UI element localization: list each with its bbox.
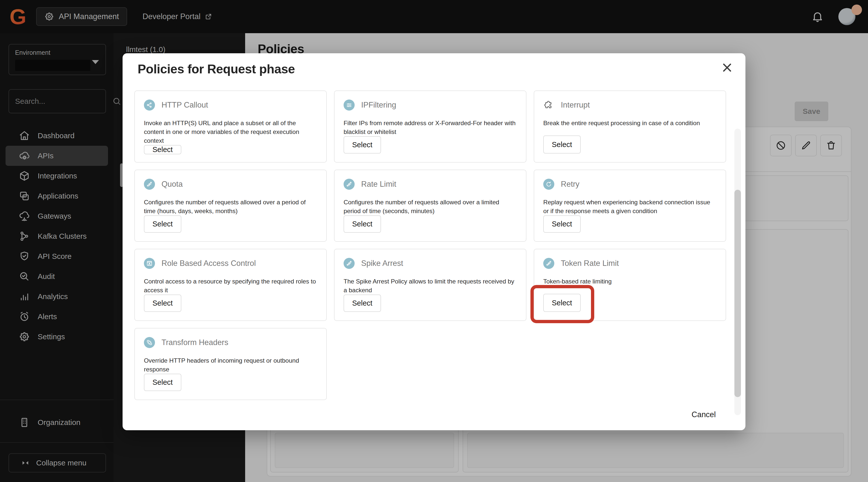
nodes-icon — [543, 258, 554, 269]
policy-card-header: Retry — [543, 179, 717, 190]
select-button[interactable]: Select — [144, 295, 181, 312]
modal-title: Policies for Request phase — [137, 62, 295, 77]
retry-icon — [543, 179, 554, 190]
select-button[interactable]: Select — [543, 135, 581, 154]
policy-card-title: Transform Headers — [161, 338, 228, 347]
policy-card-description: Configures the number of requests allowe… — [144, 198, 317, 215]
policy-card-header: Role Based Access Control — [144, 258, 317, 269]
policy-card-title: Interrupt — [561, 100, 590, 110]
policy-card-header: Rate Limit — [344, 179, 517, 190]
modal-scrollbar-thumb[interactable] — [734, 190, 741, 397]
policy-card-description: Break the entire request processing in c… — [543, 119, 717, 127]
policy-card-description: Configures the number of requests allowe… — [344, 198, 517, 215]
policy-card-title: Retry — [561, 180, 580, 189]
policy-card-quota: QuotaConfigures the number of requests a… — [134, 170, 327, 242]
puzzle-icon — [543, 99, 554, 111]
select-button[interactable]: Select — [144, 145, 181, 154]
policy-card-header: Spike Arrest — [344, 258, 517, 269]
select-button[interactable]: Select — [344, 136, 381, 154]
policy-card-description: Token-based rate limiting — [543, 277, 717, 286]
policy-card-retry: RetryReplay request when experiencing ba… — [534, 170, 726, 242]
share-nodes-icon — [144, 99, 155, 111]
nodes-icon — [344, 179, 354, 190]
rbac-icon — [144, 258, 155, 269]
cancel-button[interactable]: Cancel — [692, 410, 716, 419]
transform-icon — [144, 337, 155, 348]
policy-card-header: Transform Headers — [144, 337, 317, 348]
policy-card-title: IPFiltering — [361, 100, 396, 110]
policy-card-header: IPFiltering — [344, 99, 517, 111]
select-button[interactable]: Select — [344, 215, 381, 233]
policy-card-description: Control access to a resource by specifyi… — [144, 277, 317, 295]
policy-card-title: Role Based Access Control — [161, 259, 256, 268]
policy-card-header: Interrupt — [543, 99, 717, 111]
policy-card-description: Filter IPs from remote address or X-Forw… — [344, 119, 517, 136]
nodes-icon — [144, 179, 155, 190]
policy-card-description: Replay request when experiencing backend… — [543, 198, 717, 215]
policy-card-role-based-access-control: Role Based Access ControlControl access … — [134, 249, 327, 321]
policy-card-header: Token Rate Limit — [543, 258, 717, 269]
policy-card-title: Spike Arrest — [361, 259, 403, 268]
select-button[interactable]: Select — [144, 374, 181, 391]
policy-card-interrupt: InterruptBreak the entire request proces… — [534, 90, 726, 162]
highlight-annotation — [530, 285, 594, 323]
policies-modal: Policies for Request phase HTTP CalloutI… — [123, 53, 745, 430]
select-button[interactable]: Select — [344, 295, 381, 312]
policy-card-description: The Spike Arrest Policy allows to limit … — [344, 277, 517, 295]
policy-card-description: Override HTTP headers of incoming reques… — [144, 356, 317, 374]
policy-card-title: Rate Limit — [361, 180, 396, 189]
policy-card-title: Quota — [161, 180, 183, 189]
policy-card-transform-headers: Transform HeadersOverride HTTP headers o… — [134, 328, 327, 400]
select-button[interactable]: Select — [543, 215, 581, 233]
policy-card-http-callout: HTTP CalloutInvoke an HTTP(S) URL and pl… — [134, 90, 327, 162]
close-icon[interactable] — [721, 62, 733, 73]
policy-card-rate-limit: Rate LimitConfigures the number of reque… — [334, 170, 526, 242]
policy-card-description: Invoke an HTTP(S) URL and place a subset… — [144, 119, 317, 145]
policy-card-title: Token Rate Limit — [561, 259, 619, 268]
policy-card-header: HTTP Callout — [144, 99, 317, 111]
policy-card-spike-arrest: Spike ArrestThe Spike Arrest Policy allo… — [334, 249, 526, 321]
select-button[interactable]: Select — [144, 215, 181, 233]
nodes-icon — [344, 258, 354, 269]
policy-card-ipfiltering: IPFilteringFilter IPs from remote addres… — [334, 90, 526, 162]
modal-scrollbar-track[interactable] — [734, 129, 741, 415]
sliders-icon — [344, 99, 354, 111]
policy-card-header: Quota — [144, 179, 317, 190]
policy-card-title: HTTP Callout — [161, 100, 208, 110]
policy-card-grid: HTTP CalloutInvoke an HTTP(S) URL and pl… — [134, 90, 726, 400]
